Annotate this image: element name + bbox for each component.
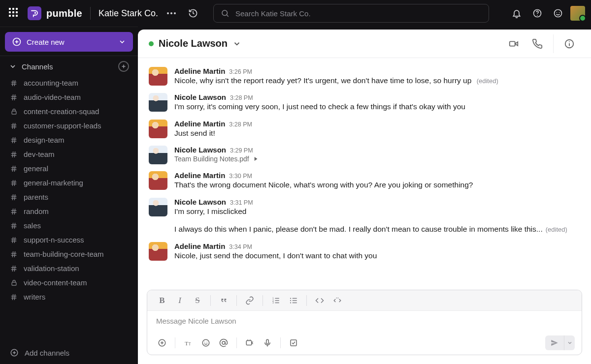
sidebar-channel-item[interactable]: content-creation-squad <box>5 104 133 119</box>
message-author[interactable]: Adeline Martin <box>174 242 225 250</box>
search-input[interactable]: Search Katie Stark Co. <box>213 4 489 23</box>
mention-button[interactable] <box>216 335 231 351</box>
notifications-icon[interactable] <box>508 5 525 22</box>
bold-button[interactable]: B <box>154 293 170 308</box>
sidebar-channel-item[interactable]: validation-station <box>5 261 133 275</box>
svg-point-6 <box>557 12 558 13</box>
svg-point-89 <box>290 300 291 301</box>
sidebar: Create new Channels accounting-teamaudio… <box>0 27 138 364</box>
code-button[interactable] <box>312 293 328 308</box>
message-avatar[interactable] <box>149 171 167 190</box>
sidebar-channel-item[interactable]: video-content-team <box>5 275 133 290</box>
ordered-list-button[interactable]: 123 <box>268 293 284 308</box>
sidebar-channel-item[interactable]: parents <box>5 190 133 204</box>
svg-line-25 <box>14 123 15 129</box>
message-avatar[interactable] <box>149 198 167 216</box>
add-channel-icon[interactable] <box>118 61 129 72</box>
message: Nicole Lawson3:29 PMTeam Building Notes.… <box>149 144 580 169</box>
channel-name: general <box>24 164 48 173</box>
svg-line-2 <box>227 15 228 16</box>
conversation-title[interactable]: Nicole Lawson <box>159 38 228 49</box>
sidebar-channel-item[interactable]: accounting-team <box>5 76 133 90</box>
sidebar-channel-item[interactable]: random <box>5 204 133 218</box>
message-avatar[interactable] <box>149 146 167 164</box>
message-avatar[interactable] <box>149 93 167 112</box>
bullet-list-button[interactable] <box>286 293 301 308</box>
channel-name: content-creation-squad <box>24 107 99 116</box>
add-channels-button[interactable]: Add channels <box>5 344 133 359</box>
svg-point-7 <box>559 12 560 13</box>
channel-name: design-team <box>24 136 65 144</box>
sidebar-channel-item[interactable]: dev-team <box>5 147 133 161</box>
link-button[interactable] <box>242 293 258 308</box>
hash-icon <box>10 265 18 273</box>
code-block-button[interactable] <box>329 293 345 308</box>
shortcuts-button[interactable] <box>286 335 301 351</box>
emoji-status-icon[interactable] <box>550 5 566 22</box>
svg-line-52 <box>12 223 13 229</box>
message-author[interactable]: Adeline Martin <box>174 171 225 180</box>
blockquote-button[interactable] <box>216 293 231 308</box>
history-icon[interactable] <box>185 5 201 22</box>
formatting-toolbar: B I S 123 <box>147 290 582 311</box>
strikethrough-button[interactable]: S <box>190 293 205 308</box>
record-video-button[interactable] <box>242 335 258 351</box>
message-author[interactable]: Adeline Martin <box>174 67 225 75</box>
channel-name: dev-team <box>24 150 55 158</box>
emoji-picker-button[interactable] <box>198 335 214 351</box>
chevron-down-icon[interactable] <box>232 39 241 48</box>
message-body: That's the wrong document Nicole, what's… <box>174 180 473 190</box>
message-author[interactable]: Nicole Lawson <box>174 93 226 101</box>
lock-icon <box>10 279 18 286</box>
channel-name: random <box>24 207 49 215</box>
italic-button[interactable]: I <box>172 293 188 308</box>
workspace-name[interactable]: Katie Stark Co. <box>98 8 158 19</box>
message-avatar[interactable] <box>149 242 167 261</box>
message-input[interactable]: Message Nicole Lawson <box>147 311 582 331</box>
svg-rect-107 <box>291 340 296 346</box>
divider <box>175 337 175 348</box>
sidebar-channel-item[interactable]: writers <box>5 290 133 304</box>
sidebar-channel-item[interactable]: customer-support-leads <box>5 119 133 133</box>
conversation-info-button[interactable] <box>558 33 580 55</box>
sidebar-channel-item[interactable]: audio-video-team <box>5 90 133 104</box>
message-attachment[interactable]: Team Building Notes.pdf <box>174 155 259 163</box>
message-input-placeholder: Message Nicole Lawson <box>156 317 236 325</box>
message-body: I'm sorry, it's coming very soon, I just… <box>174 101 465 112</box>
sidebar-channel-item[interactable]: general <box>5 161 133 176</box>
svg-text:T: T <box>185 340 188 346</box>
workspace-menu-icon[interactable] <box>163 5 180 22</box>
current-user-avatar[interactable] <box>570 6 585 21</box>
video-call-button[interactable] <box>503 33 525 55</box>
message-author[interactable]: Adeline Martin <box>174 120 225 128</box>
plus-circle-icon <box>10 348 19 357</box>
svg-line-32 <box>12 152 13 157</box>
sidebar-channel-item[interactable]: sales <box>5 218 133 233</box>
sidebar-channel-item[interactable]: design-team <box>5 133 133 147</box>
hash-icon <box>10 236 18 244</box>
sidebar-channel-item[interactable]: support-n-success <box>5 233 133 247</box>
message-avatar[interactable] <box>149 67 167 86</box>
send-button[interactable] <box>545 335 564 350</box>
create-new-button[interactable]: Create new <box>5 32 133 52</box>
add-attachment-button[interactable] <box>154 335 170 351</box>
audio-call-button[interactable] <box>526 33 548 55</box>
app-switcher-icon[interactable] <box>6 5 23 22</box>
toggle-formatting-button[interactable]: TT <box>180 335 196 351</box>
record-audio-button[interactable] <box>260 335 275 351</box>
svg-line-56 <box>12 237 13 243</box>
message-author[interactable]: Nicole Lawson <box>174 198 226 206</box>
message-time: 3:28 PM <box>230 94 253 101</box>
channels-section-header[interactable]: Channels <box>5 57 133 76</box>
sidebar-channel-item[interactable]: general-marketing <box>5 176 133 190</box>
message: Adeline Martin3:30 PMThat's the wrong do… <box>149 169 580 195</box>
divider <box>306 295 307 306</box>
message-author[interactable]: Nicole Lawson <box>174 146 226 154</box>
help-icon[interactable] <box>529 5 546 22</box>
message-avatar[interactable] <box>149 120 167 138</box>
send-options-button[interactable] <box>564 335 575 350</box>
svg-line-44 <box>12 194 13 200</box>
svg-point-0 <box>34 12 36 14</box>
svg-line-48 <box>12 209 13 214</box>
sidebar-channel-item[interactable]: team-building-core-team <box>5 247 133 261</box>
